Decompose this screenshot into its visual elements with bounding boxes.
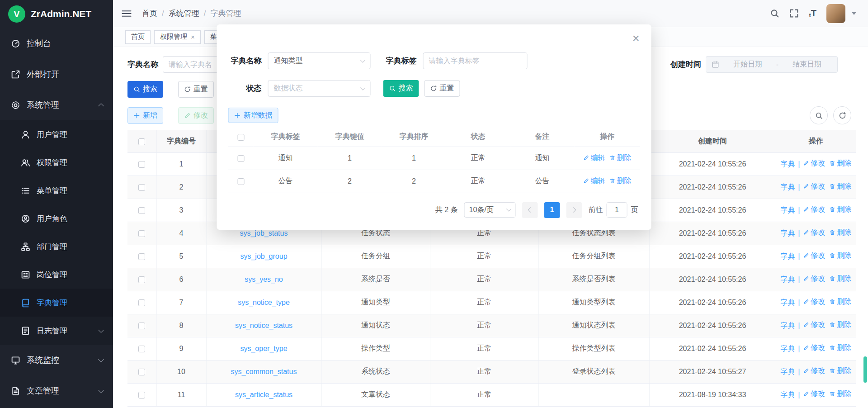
row-checkbox[interactable] [237, 155, 244, 162]
row-checkbox[interactable] [138, 207, 145, 214]
refresh-button[interactable] [833, 106, 851, 124]
sidebar-item-menu-management[interactable]: 菜单管理 [0, 176, 113, 204]
row-edit-link[interactable]: 修改 [803, 159, 825, 168]
row-edit-link[interactable]: 修改 [803, 366, 825, 376]
sidebar-toggle-icon[interactable] [121, 9, 132, 18]
font-size-icon[interactable]: tT [809, 8, 816, 19]
row-delete-link[interactable]: 删除 [829, 320, 851, 330]
reset-button[interactable]: 重置 [178, 81, 214, 98]
sidebar-item-external-open[interactable]: 外部打开 [0, 59, 113, 90]
dict-type-link[interactable]: sys_article_status [235, 391, 292, 399]
row-edit-link[interactable]: 修改 [803, 320, 825, 330]
dict-type-link[interactable]: sys_oper_type [240, 345, 287, 352]
tab-permission-management[interactable]: 权限管理 × [154, 30, 201, 44]
user-avatar[interactable] [826, 4, 845, 23]
dict-data-link[interactable]: 字典 [780, 206, 795, 215]
dict-type-link[interactable]: sys_job_status [240, 229, 288, 237]
dict-data-link[interactable]: 字典 [780, 160, 795, 169]
row-checkbox[interactable] [138, 161, 145, 168]
row-edit-link[interactable]: 编辑 [583, 153, 605, 163]
sidebar-item-article-management[interactable]: 文章管理 [0, 375, 113, 406]
search-button[interactable]: 搜索 [127, 81, 163, 98]
page-size-select[interactable]: 10条/页 [464, 202, 516, 218]
row-edit-link[interactable]: 修改 [803, 182, 825, 191]
dict-data-link[interactable]: 字典 [780, 344, 795, 354]
row-edit-link[interactable]: 修改 [803, 389, 825, 399]
breadcrumb-system[interactable]: 系统管理 [169, 8, 199, 19]
row-checkbox[interactable] [138, 369, 145, 375]
row-checkbox[interactable] [138, 299, 145, 306]
dict-type-link[interactable]: sys_yes_no [245, 275, 283, 283]
dict-data-link[interactable]: 字典 [780, 367, 795, 377]
scrollbar-thumb[interactable] [863, 356, 867, 383]
row-checkbox[interactable] [237, 178, 244, 185]
dict-type-link[interactable]: sys_common_status [231, 368, 297, 375]
row-edit-link[interactable]: 修改 [803, 297, 825, 307]
row-delete-link[interactable]: 删除 [829, 343, 851, 353]
breadcrumb-home[interactable]: 首页 [142, 8, 157, 19]
row-checkbox[interactable] [138, 323, 145, 329]
add-button[interactable]: 新增 [127, 107, 163, 124]
row-delete-link[interactable]: 删除 [829, 205, 851, 214]
current-page-button[interactable]: 1 [544, 202, 560, 218]
dict-type-link[interactable]: sys_job_group [240, 252, 287, 260]
row-edit-link[interactable]: 修改 [803, 205, 825, 214]
row-delete-link[interactable]: 删除 [609, 176, 632, 186]
row-delete-link[interactable]: 删除 [829, 297, 851, 307]
select-all-checkbox[interactable] [237, 134, 244, 141]
row-checkbox[interactable] [138, 276, 145, 283]
prev-page-button[interactable] [522, 202, 538, 218]
row-checkbox[interactable] [138, 392, 145, 399]
caret-down-icon[interactable] [852, 12, 856, 15]
dict-type-link[interactable]: sys_notice_type [238, 299, 290, 306]
sidebar-item-dict-management[interactable]: 字典管理 [0, 289, 113, 317]
sidebar-item-post-management[interactable]: 岗位管理 [0, 261, 113, 289]
row-edit-link[interactable]: 修改 [803, 274, 825, 284]
dict-data-link[interactable]: 字典 [780, 229, 795, 238]
sidebar-item-user-role[interactable]: 用户角色 [0, 204, 113, 232]
sidebar-item-system-monitor[interactable]: 系统监控 [0, 345, 113, 375]
fullscreen-icon[interactable] [789, 9, 799, 18]
sidebar-item-system-management[interactable]: 系统管理 [0, 90, 113, 120]
row-delete-link[interactable]: 删除 [829, 228, 851, 237]
row-delete-link[interactable]: 删除 [609, 153, 632, 163]
dialog-dict-name-select[interactable]: 通知类型 [268, 52, 371, 69]
row-delete-link[interactable]: 删除 [829, 159, 851, 168]
dialog-close-icon[interactable]: × [632, 33, 640, 45]
dict-data-link[interactable]: 字典 [780, 252, 795, 261]
dict-data-link[interactable]: 字典 [780, 298, 795, 308]
row-checkbox[interactable] [138, 230, 145, 237]
edit-button[interactable]: 修改 [178, 107, 214, 124]
row-delete-link[interactable]: 删除 [829, 389, 851, 399]
dialog-add-data-button[interactable]: 新增数据 [228, 108, 278, 123]
goto-page-input[interactable] [607, 202, 627, 218]
toggle-search-button[interactable] [810, 106, 828, 124]
dict-data-link[interactable]: 字典 [780, 390, 795, 400]
row-delete-link[interactable]: 删除 [829, 182, 851, 191]
select-all-checkbox[interactable] [138, 138, 145, 145]
row-edit-link[interactable]: 修改 [803, 228, 825, 237]
sidebar-item-permission-management[interactable]: 权限管理 [0, 148, 113, 176]
dict-type-link[interactable]: sys_notice_status [235, 322, 292, 329]
row-delete-link[interactable]: 删除 [829, 251, 851, 261]
row-edit-link[interactable]: 修改 [803, 343, 825, 353]
dialog-dict-label-input[interactable] [423, 52, 528, 69]
dialog-status-select[interactable]: 数据状态 [268, 80, 371, 97]
tab-home[interactable]: 首页 [125, 30, 151, 44]
row-delete-link[interactable]: 删除 [829, 366, 851, 376]
dict-data-link[interactable]: 字典 [780, 183, 795, 192]
dict-data-link[interactable]: 字典 [780, 275, 795, 285]
date-range-picker[interactable]: 开始日期 - 结束日期 [706, 56, 838, 73]
dialog-reset-button[interactable]: 重置 [425, 80, 460, 97]
row-checkbox[interactable] [138, 184, 145, 191]
next-page-button[interactable] [566, 202, 582, 218]
row-edit-link[interactable]: 修改 [803, 251, 825, 261]
row-delete-link[interactable]: 删除 [829, 274, 851, 284]
close-icon[interactable]: × [191, 33, 195, 40]
sidebar-item-console[interactable]: 控制台 [0, 28, 113, 59]
dict-data-link[interactable]: 字典 [780, 321, 795, 331]
row-checkbox[interactable] [138, 253, 145, 260]
dialog-search-button[interactable]: 搜索 [383, 80, 419, 97]
search-icon[interactable] [770, 9, 779, 18]
sidebar-item-log-management[interactable]: 日志管理 [0, 317, 113, 345]
